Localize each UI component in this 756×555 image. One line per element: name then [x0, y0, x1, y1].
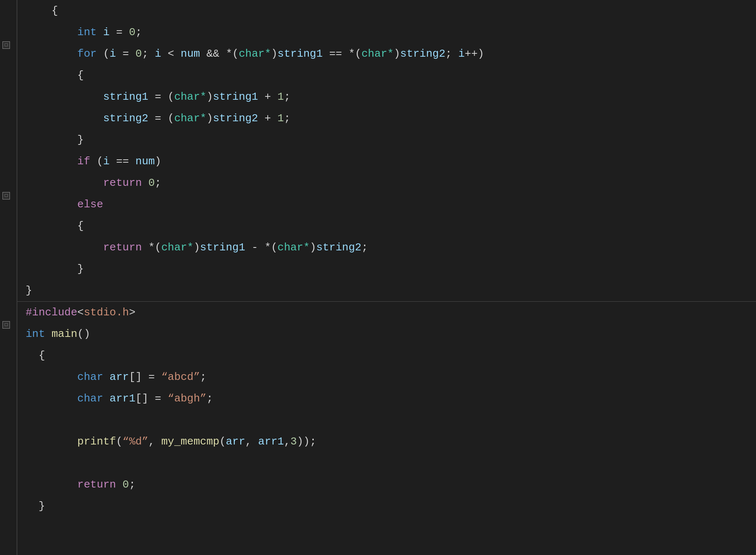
- code-token: ;: [142, 48, 155, 60]
- code-token: 1: [278, 91, 284, 103]
- code-token: ): [310, 241, 317, 254]
- code-line: {: [17, 345, 756, 366]
- code-token: 0: [135, 48, 142, 60]
- code-token: my_memcmp: [161, 435, 219, 448]
- code-token: ): [194, 241, 200, 254]
- code-token: ;: [206, 392, 213, 405]
- code-token: num: [181, 48, 200, 60]
- code-token: && *(: [200, 48, 239, 60]
- code-content: { int i = 0; for (i = 0; i < num && *(ch…: [17, 0, 756, 555]
- code-token: [26, 241, 103, 254]
- code-token: [26, 134, 77, 146]
- code-token: arr: [226, 435, 245, 448]
- code-token: <: [161, 48, 181, 60]
- code-token: {: [77, 69, 84, 82]
- code-token: return: [103, 177, 142, 189]
- code-token: ;: [361, 241, 368, 254]
- code-token: string1: [213, 91, 258, 103]
- code-token: ;: [445, 48, 458, 60]
- code-line: int main(): [17, 323, 756, 345]
- code-token: ): [206, 91, 213, 103]
- code-token: [45, 328, 52, 340]
- code-line: }: [17, 258, 756, 280]
- code-token: [26, 198, 77, 211]
- code-token: (: [219, 435, 226, 448]
- code-token: string2: [103, 112, 148, 125]
- fold-indicator-main[interactable]: □: [2, 321, 10, 329]
- code-token: [26, 435, 77, 448]
- code-token: [26, 500, 38, 512]
- code-token: ,: [284, 435, 290, 448]
- code-token: i: [103, 26, 110, 38]
- code-token: ;: [284, 112, 290, 125]
- code-token: i: [110, 48, 116, 60]
- code-token: int: [77, 26, 97, 38]
- code-token: “%d”: [122, 435, 148, 448]
- code-token: string2: [213, 112, 258, 125]
- code-token: 0: [148, 177, 155, 189]
- code-token: ;: [129, 478, 136, 491]
- code-line: else: [17, 194, 756, 215]
- code-token: ;: [284, 91, 290, 103]
- code-token: for: [77, 48, 97, 60]
- code-token: [] =: [135, 392, 168, 405]
- code-token: [103, 392, 110, 405]
- code-line: char arr1[] = “abgh”;: [17, 388, 756, 409]
- code-token: ++): [465, 48, 484, 60]
- fold-indicator-for[interactable]: □: [2, 41, 10, 49]
- code-token: ,: [148, 435, 161, 448]
- code-token: arr1: [258, 435, 284, 448]
- code-token: [116, 478, 122, 491]
- code-line: return 0;: [17, 474, 756, 495]
- code-token: }: [38, 500, 45, 512]
- code-token: [26, 177, 103, 189]
- code-line: #include<stdio.h>: [17, 302, 756, 323]
- code-token: char*: [278, 241, 310, 254]
- code-token: i: [103, 155, 110, 168]
- code-token: i: [155, 48, 161, 60]
- code-token: if: [77, 155, 90, 168]
- code-token: printf: [77, 435, 116, 448]
- code-token: “abcd”: [161, 371, 200, 383]
- code-line: printf(“%d”, my_memcmp(arr, arr1,3));: [17, 431, 756, 452]
- code-line: {: [17, 65, 756, 86]
- code-token: stdio.h: [84, 306, 129, 319]
- code-token: ;: [200, 371, 206, 383]
- code-token: string1: [103, 91, 148, 103]
- code-token: [26, 220, 77, 232]
- code-token: - *(: [245, 241, 278, 254]
- code-line: [17, 409, 756, 431]
- code-token: ,: [245, 435, 258, 448]
- code-token: main: [51, 328, 77, 340]
- fold-indicator-else[interactable]: □: [2, 192, 10, 199]
- code-token: }: [26, 284, 32, 297]
- code-token: [26, 371, 77, 383]
- code-token: #include: [26, 306, 77, 319]
- code-line: for (i = 0; i < num && *(char*)string1 =…: [17, 43, 756, 65]
- code-line: return 0;: [17, 172, 756, 194]
- code-token: [142, 177, 149, 189]
- code-line: char arr[] = “abcd”;: [17, 366, 756, 388]
- code-token: string2: [400, 48, 445, 60]
- code-token: [26, 349, 38, 362]
- code-token: [26, 263, 77, 275]
- code-token: ;: [135, 26, 142, 38]
- code-line: }: [17, 129, 756, 151]
- code-token: string1: [200, 241, 245, 254]
- code-token: char*: [174, 112, 206, 125]
- code-token: char*: [361, 48, 394, 60]
- code-token: [26, 26, 77, 38]
- code-token: ));: [297, 435, 316, 448]
- code-token: >: [129, 306, 136, 319]
- code-token: [26, 155, 77, 168]
- code-line: }: [17, 495, 756, 517]
- code-token: (: [90, 155, 103, 168]
- code-token: char*: [239, 48, 271, 60]
- code-token: =: [116, 48, 135, 60]
- code-line: [17, 452, 756, 474]
- gutter: □ □ □: [0, 0, 17, 555]
- code-line-separator: }: [17, 280, 756, 302]
- code-line: if (i == num): [17, 151, 756, 172]
- code-token: char*: [161, 241, 194, 254]
- code-token: =: [110, 26, 129, 38]
